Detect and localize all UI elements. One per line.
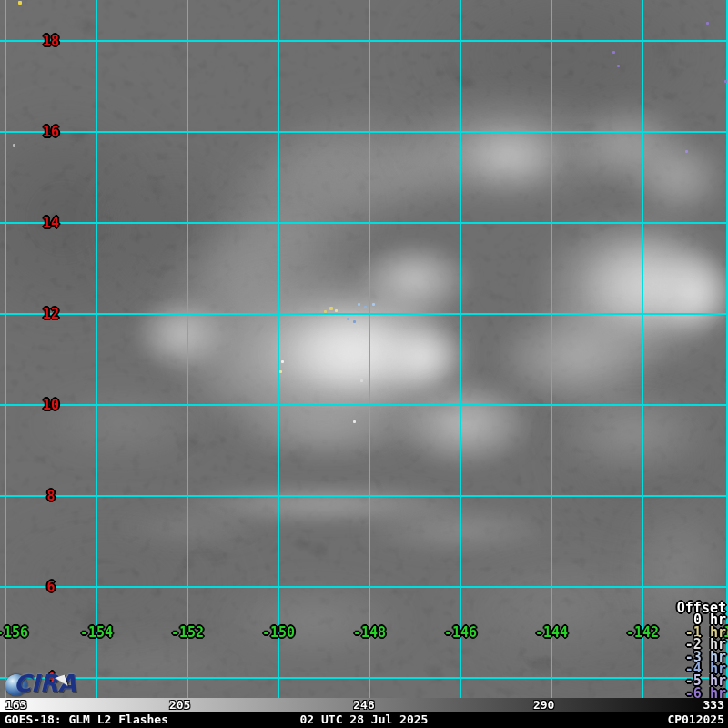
flash-marker xyxy=(612,51,615,54)
longitude-label: -148 xyxy=(353,624,386,641)
flash-marker xyxy=(685,150,688,153)
brightness-temperature-colorbar: 163205248290333 xyxy=(0,698,728,712)
latitude-label: 10 xyxy=(43,397,59,413)
legend-entry: -6 hr xyxy=(677,688,726,698)
grid-line-vertical xyxy=(460,0,461,698)
flash-marker xyxy=(324,310,327,313)
longitude-label: -146 xyxy=(444,624,477,641)
flash-marker xyxy=(724,80,727,83)
grid-line-vertical xyxy=(278,0,279,698)
longitude-label: -144 xyxy=(535,624,568,641)
longitude-label: -154 xyxy=(80,624,113,641)
grid-line-horizontal xyxy=(0,404,728,406)
timestamp: 02 UTC 28 Jul 2025 xyxy=(0,712,728,728)
grid-line-horizontal xyxy=(0,131,728,133)
colorbar-tick-label: 163 xyxy=(5,698,26,712)
flash-marker xyxy=(358,303,360,306)
latitude-label: 14 xyxy=(43,215,59,231)
status-bar: GOES-18: GLM L2 Flashes 02 UTC 28 Jul 20… xyxy=(0,712,728,728)
flash-marker xyxy=(617,65,620,67)
grid-line-vertical xyxy=(369,0,370,698)
grid-line-horizontal xyxy=(0,677,728,679)
product-code: CP012025 xyxy=(667,712,724,728)
longitude-label: -152 xyxy=(171,624,204,641)
grid-line-horizontal xyxy=(0,40,728,42)
offset-legend: Offset 0 hr-1 hr-2 hr-3 hr-4 hr-5 hr-6 h… xyxy=(677,602,726,698)
flash-marker xyxy=(281,360,284,363)
flash-marker xyxy=(353,420,356,423)
goes-satellite-viewer: 1816141210864 -156-154-152-150-148-146-1… xyxy=(0,0,728,728)
flash-marker xyxy=(347,318,349,320)
latlon-grid xyxy=(0,0,728,698)
grid-line-horizontal xyxy=(0,222,728,224)
longitude-label: -156 xyxy=(0,624,28,641)
grid-line-vertical xyxy=(642,0,643,698)
grid-line-vertical xyxy=(551,0,552,698)
colorbar-tick-label: 205 xyxy=(169,698,190,712)
flash-marker xyxy=(329,307,333,310)
flash-marker xyxy=(706,22,709,25)
cira-logo: CIRA xyxy=(5,672,73,698)
flash-marker xyxy=(335,309,338,312)
latitude-label: 16 xyxy=(43,124,59,140)
grid-line-vertical xyxy=(96,0,97,698)
latitude-label: 6 xyxy=(46,579,55,595)
latitude-label: 12 xyxy=(43,306,59,322)
colorbar-tick-label: 248 xyxy=(353,698,374,712)
grid-line-horizontal xyxy=(0,495,728,497)
grid-line-vertical xyxy=(5,0,6,698)
flash-marker xyxy=(360,379,363,382)
flash-marker xyxy=(364,306,367,308)
latitude-label: 18 xyxy=(43,33,59,49)
colorbar-tick-label: 290 xyxy=(533,698,554,712)
flash-marker xyxy=(353,320,356,323)
flash-marker xyxy=(13,144,15,147)
flash-marker xyxy=(372,303,375,306)
satellite-map[interactable]: 1816141210864 -156-154-152-150-148-146-1… xyxy=(0,0,728,698)
longitude-label: -142 xyxy=(626,624,659,641)
grid-line-horizontal xyxy=(0,313,728,315)
latitude-label: 8 xyxy=(46,488,55,504)
longitude-label: -150 xyxy=(262,624,295,641)
colorbar-tick-label: 333 xyxy=(703,698,724,712)
flash-marker xyxy=(18,1,22,5)
flash-marker xyxy=(279,370,282,373)
grid-line-horizontal xyxy=(0,586,728,588)
grid-line-vertical xyxy=(187,0,188,698)
